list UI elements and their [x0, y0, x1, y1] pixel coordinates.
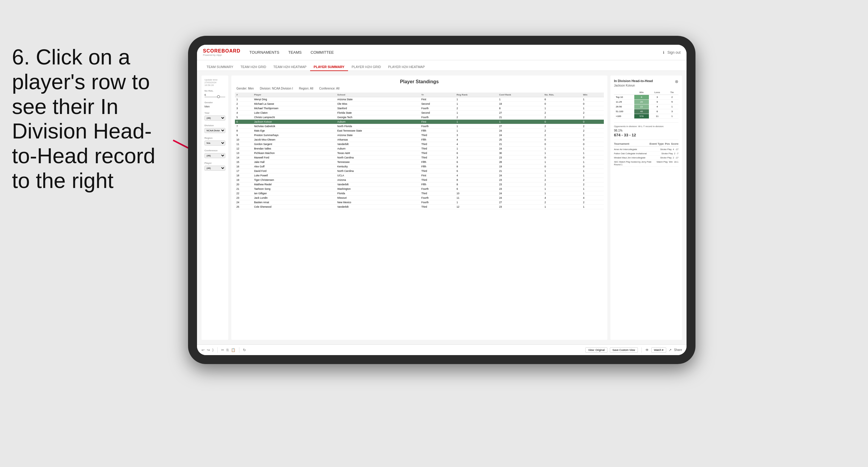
table-row[interactable]: 19 Tiger Christensen Arizona Third 8 23 … [235, 178, 604, 182]
table-row[interactable]: 21 Taehoon Song Washington Fourth 6 23 1… [235, 187, 604, 191]
h2h-rank-table: Win Loss Tie Top 10 8 3 2 11-25 20 9 5 2… [614, 90, 678, 119]
undo-icon[interactable]: ↩ [202, 348, 205, 352]
h2h-wlt: 674 - 33 - 12 [614, 133, 678, 137]
table-row[interactable]: 5 Christo Lamprecht Georgia Tech Fourth … [235, 115, 604, 120]
table-row[interactable]: 6 Jackson Koivun Auburn First 1 1 0 0 [235, 120, 604, 124]
h2h-tournament-row: Fallon Oak Collegiate Invitational Strok… [614, 152, 678, 156]
tab-team-summary[interactable]: TEAM SUMMARY [203, 63, 237, 71]
table-row[interactable]: 18 Luke Powell UCLA First 4 24 1 1 [235, 174, 604, 178]
h2h-opponents-label: Opponents in division: W-L-T record in-d… [614, 125, 678, 128]
bottom-toolbar: ↩ ↪ ⟩ ✂ ⎘ 📋 ↻ View: Original Save Custom… [197, 344, 686, 355]
region-select[interactable]: N/a [205, 141, 225, 146]
refresh-icon[interactable]: ↻ [243, 348, 246, 352]
col-conf-rank: Conf Rank [498, 93, 543, 97]
table-row[interactable]: 15 Jake Hall Tennessee Fifth 6 28 1 1 [235, 160, 604, 164]
table-row[interactable]: 20 Matthew Riedel Vanderbilt Fifth 8 23 … [235, 182, 604, 187]
table-row[interactable]: 17 David Ford North Carolina Third 6 21 … [235, 169, 604, 174]
tab-team-h2h-heatmap[interactable]: TEAM H2H HEATMAP [270, 63, 310, 71]
h2h-table-row: 26-50 22 4 1 [614, 104, 678, 109]
h2h-panel: In Division Head-to-Head ⊗ Jackson Koivu… [611, 75, 682, 340]
h2h-col-win: Win [634, 90, 649, 95]
copy-icon[interactable]: ⎘ [226, 348, 229, 352]
table-row[interactable]: 13 Pichkasn Maichon Texas A&M Third 6 30… [235, 151, 604, 155]
standings-tbody: 1 Wenyi Ding Arizona State First 1 1 6 1… [235, 97, 604, 209]
conference-select[interactable]: (All) [205, 153, 225, 158]
player-select[interactable]: (All) [205, 166, 225, 171]
year-section: Year (All) [205, 112, 225, 121]
h2h-col-range [614, 90, 634, 95]
year-select[interactable]: (All) [205, 116, 225, 121]
table-row[interactable]: 16 Alex Goff Kentucky Fifth 8 19 0 0 [235, 164, 604, 169]
h2h-tournaments-list: Amer Ari Intercollegiate Stroke Play 4 -… [614, 147, 678, 167]
h2h-close-button[interactable]: ⊗ [675, 79, 678, 84]
table-row[interactable]: 2 Michael La Sasse Ole Miss Second 1 19 … [235, 102, 604, 106]
nav-right: ℹ Sign out [663, 51, 681, 55]
main-content: Update time: 27/03/2024 16:56:26 No Rds.… [197, 71, 686, 344]
table-row[interactable]: 10 Jacob Mou-Olesen Arkansas Fifth 4 25 … [235, 137, 604, 142]
view-original-button[interactable]: View: Original [585, 347, 607, 353]
table-row[interactable]: 23 Jack Lundin Missouri Fourth 11 24 4 4 [235, 196, 604, 200]
table-row[interactable]: 3 Michael Thorbjornsen Stanford Fourth 2… [235, 106, 604, 111]
division-select[interactable]: NCAA Division I [205, 128, 225, 133]
table-row[interactable]: 24 Bastien Amat New Mexico Fourth 1 27 2… [235, 200, 604, 205]
table-row[interactable]: 22 Ian Gilligan Florida Third 10 24 1 1 [235, 191, 604, 196]
tab-team-h2h-grid[interactable]: TEAM H2H GRID [237, 63, 270, 71]
nav-tournaments[interactable]: TOURNAMENTS [250, 49, 279, 56]
filter-division: Division: NCAA Division I [260, 87, 293, 90]
no-rds-slider[interactable] [205, 96, 225, 98]
share-label[interactable]: Share [674, 348, 682, 351]
save-custom-button[interactable]: Save Custom View [610, 347, 638, 353]
table-row[interactable]: 9 Preston Summerhays Arizona State Third… [235, 133, 604, 137]
sign-out-link[interactable]: Sign out [668, 51, 681, 55]
table-row[interactable]: 4 Luke Claton Florida State Second 1 27 … [235, 111, 604, 115]
col-rds: No. Rds. [543, 93, 582, 97]
col-player: Player [252, 93, 336, 97]
h2h-tbody: Top 10 8 3 2 11-25 20 9 5 26-50 22 4 1 5… [614, 95, 678, 119]
logo-sub: Powered by clippi [203, 54, 241, 56]
tab-player-h2h-heatmap[interactable]: PLAYER H2H HEATMAP [384, 63, 428, 71]
h2h-col-tie: Tie [665, 90, 678, 95]
conference-section: Conference (All) [205, 149, 225, 158]
paste-icon[interactable]: 📋 [231, 348, 236, 352]
standings-table-head: # Player School Yr Reg Rank Conf Rank No… [235, 93, 604, 97]
table-row[interactable]: 11 Gordon Sargent Vanderbilt Third 4 21 … [235, 142, 604, 147]
no-rds-section: No Rds. 6 [205, 90, 225, 98]
h2h-table-row: 51-100 46 6 3 [614, 109, 678, 114]
h2h-tournament-header: Tournament Event Type Pos Score [614, 142, 678, 147]
watch-icon[interactable]: 👁 [645, 348, 649, 352]
table-row[interactable]: 8 Mats Ege East Tennessee State Fifth 1 … [235, 129, 604, 133]
table-row[interactable]: 7 Nicholas Gabrelcik North Florida Fourt… [235, 124, 604, 129]
tab-player-h2h-grid[interactable]: PLAYER H2H GRID [348, 63, 384, 71]
col-yr: Yr [420, 93, 455, 97]
standings-table: # Player School Yr Reg Rank Conf Rank No… [235, 93, 604, 209]
forward-icon[interactable]: ⟩ [212, 348, 214, 352]
table-row[interactable]: 1 Wenyi Ding Arizona State First 1 1 6 1 [235, 97, 604, 102]
tablet-screen: SCOREBOARD Powered by clippi TOURNAMENTS… [197, 45, 686, 355]
h2h-title: In Division Head-to-Head [614, 79, 653, 83]
table-row[interactable]: 25 Cole Sherwood Vanderbilt Third 12 23 … [235, 205, 604, 209]
region-section: Region N/a [205, 137, 225, 146]
h2h-player-name: Jackson Koivun [614, 84, 678, 87]
nav-teams[interactable]: TEAMS [288, 49, 302, 56]
table-row[interactable]: 12 Brendan Valles Auburn Third 1 24 1 1 [235, 147, 604, 151]
watch-button[interactable]: Watch ▾ [651, 347, 666, 353]
filter-gender: Gender: Men [237, 87, 254, 90]
nav-icon: ℹ [663, 51, 664, 55]
h2h-divider-2 [614, 139, 678, 140]
nav-committee[interactable]: COMMITTEE [311, 49, 334, 56]
filter-region: Region: All [299, 87, 313, 90]
logo-title: SCOREBOARD [203, 48, 241, 54]
table-row[interactable]: 14 Maxwell Ford North Carolina Third 3 2… [235, 155, 604, 160]
share-icon[interactable]: ↗ [669, 348, 672, 352]
h2h-col-loss: Loss [649, 90, 665, 95]
redo-icon[interactable]: ↪ [207, 348, 210, 352]
h2h-table-row: 11-25 20 9 5 [614, 100, 678, 104]
h2h-table-row: Top 10 8 3 2 [614, 95, 678, 100]
standings-header: Player Standings [235, 79, 604, 85]
scissors-icon[interactable]: ✂ [221, 348, 224, 352]
filter-conference: Conference: All [319, 87, 339, 90]
update-time: Update time: 27/03/2024 16:56:26 [205, 79, 225, 87]
division-section: Division NCAA Division I [205, 124, 225, 133]
tab-player-summary[interactable]: PLAYER SUMMARY [310, 63, 348, 71]
standings-area: Player Standings Gender: Men Division: N… [231, 75, 608, 340]
